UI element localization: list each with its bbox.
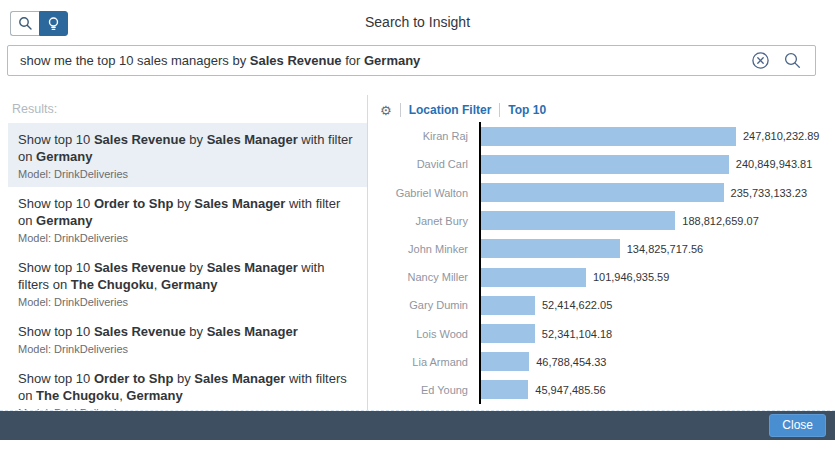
- search-input[interactable]: show me the top 10 sales managers by Sal…: [7, 45, 816, 76]
- bar[interactable]: [481, 127, 736, 146]
- result-item[interactable]: Show top 10 Order to Shp by Sales Manage…: [8, 362, 367, 410]
- chart-row: John Minker 134,825,717.56: [380, 235, 825, 263]
- chart-row: Janet Bury 188,812,659.07: [380, 207, 825, 235]
- bar-track: 235,733,133.23: [479, 178, 825, 206]
- result-title: Show top 10 Sales Revenue by Sales Manag…: [18, 259, 355, 293]
- bar[interactable]: [481, 155, 729, 174]
- mode-toggle: [10, 11, 68, 36]
- bar[interactable]: [481, 268, 586, 287]
- result-title: Show top 10 Sales Revenue by Sales Manag…: [18, 323, 355, 340]
- results-list: Show top 10 Sales Revenue by Sales Manag…: [8, 123, 367, 410]
- chart-panel: ⚙ Location FilterTop 10 Kiran Raj 247,81…: [368, 95, 835, 410]
- result-item[interactable]: Show top 10 Sales Revenue by Sales Manag…: [8, 251, 367, 315]
- bar-track: 52,341,104.18: [479, 319, 825, 347]
- clear-search-button[interactable]: [749, 50, 771, 72]
- result-title: Show top 10 Order to Shp by Sales Manage…: [18, 370, 355, 404]
- chart-row: Ed Young 45,947,485.56: [380, 376, 825, 404]
- bar[interactable]: [481, 380, 528, 399]
- bar-name: Lia Armand: [380, 356, 479, 368]
- bar[interactable]: [481, 352, 529, 371]
- chart-row: Gabriel Walton 235,733,133.23: [380, 178, 825, 206]
- bar-value: 52,341,104.18: [542, 328, 612, 340]
- result-model: Model: DrinkDeliveries: [18, 232, 355, 244]
- result-model: Model: DrinkDeliveries: [18, 407, 355, 410]
- bar-track: 45,947,485.56: [479, 376, 825, 404]
- bar[interactable]: [481, 211, 675, 230]
- bar-value: 240,849,943.81: [736, 158, 812, 170]
- dialog-header: Search to Insight: [0, 0, 835, 44]
- bar-name: John Minker: [380, 243, 479, 255]
- bar-name: Lois Wood: [380, 328, 479, 340]
- magnifier-icon: [783, 51, 802, 70]
- bar-name: Ed Young: [380, 384, 479, 396]
- bar-value: 45,947,485.56: [535, 384, 605, 396]
- result-model: Model: DrinkDeliveries: [18, 168, 355, 180]
- bar-value: 134,825,717.56: [627, 243, 703, 255]
- chart-rows: Kiran Raj 247,810,232.89 David Carl 240,…: [380, 122, 825, 404]
- lightbulb-icon: [46, 16, 61, 32]
- circled-x-icon: [751, 51, 770, 70]
- chart-row: Kiran Raj 247,810,232.89: [380, 122, 825, 150]
- chart-row: Gary Dumin 52,414,622.05: [380, 291, 825, 319]
- bar-name: David Carl: [380, 158, 479, 170]
- bar[interactable]: [481, 324, 535, 343]
- close-button[interactable]: Close: [769, 414, 826, 437]
- bar[interactable]: [481, 183, 724, 202]
- search-to-insight-dialog: Search to Insight show me the top 10 sal…: [0, 0, 835, 440]
- chart-row: David Carl 240,849,943.81: [380, 150, 825, 178]
- chart-links: Location FilterTop 10: [400, 103, 554, 117]
- bar-track: 188,812,659.07: [479, 207, 825, 235]
- result-item[interactable]: Show top 10 Sales Revenue by Sales Manag…: [8, 123, 367, 187]
- search-query-text: show me the top 10 sales managers by Sal…: [20, 53, 749, 68]
- bar-name: Nancy Miller: [380, 271, 479, 283]
- result-title: Show top 10 Order to Shp by Sales Manage…: [18, 195, 355, 229]
- chart-link-location-filter[interactable]: Location Filter: [400, 103, 500, 117]
- insight-mode-button[interactable]: [39, 11, 68, 36]
- bar[interactable]: [481, 239, 620, 258]
- chart-row: Nancy Miller 101,946,935.59: [380, 263, 825, 291]
- bar-name: Gabriel Walton: [380, 187, 479, 199]
- bar-track: 134,825,717.56: [479, 235, 825, 263]
- bar-name: Janet Bury: [380, 215, 479, 227]
- result-item[interactable]: Show top 10 Order to Shp by Sales Manage…: [8, 187, 367, 251]
- chart-header: ⚙ Location FilterTop 10: [380, 103, 825, 117]
- search-mode-button[interactable]: [10, 11, 39, 36]
- result-title: Show top 10 Sales Revenue by Sales Manag…: [18, 131, 355, 165]
- bar-track: 247,810,232.89: [479, 122, 825, 150]
- result-model: Model: DrinkDeliveries: [18, 343, 355, 355]
- chart-link-top-10[interactable]: Top 10: [499, 103, 554, 117]
- result-item[interactable]: Show top 10 Sales Revenue by Sales Manag…: [8, 315, 367, 362]
- submit-search-button[interactable]: [781, 50, 803, 72]
- bar-name: Gary Dumin: [380, 299, 479, 311]
- bar-track: 46,788,454.33: [479, 348, 825, 376]
- gear-icon[interactable]: ⚙: [380, 104, 400, 117]
- dialog-content: Results: Show top 10 Sales Revenue by Sa…: [0, 95, 835, 411]
- chart-row: Lois Wood 52,341,104.18: [380, 319, 825, 347]
- results-label: Results:: [12, 102, 367, 116]
- magnifier-icon: [18, 16, 33, 31]
- bar-value: 46,788,454.33: [536, 356, 606, 368]
- result-model: Model: DrinkDeliveries: [18, 296, 355, 308]
- bar-value: 235,733,133.23: [731, 187, 807, 199]
- bar-name: Kiran Raj: [380, 130, 479, 142]
- results-panel: Results: Show top 10 Sales Revenue by Sa…: [0, 95, 368, 410]
- bar-value: 101,946,935.59: [593, 271, 669, 283]
- bar-track: 52,414,622.05: [479, 291, 825, 319]
- bar-value: 188,812,659.07: [682, 215, 758, 227]
- dialog-title: Search to Insight: [0, 0, 835, 30]
- bar[interactable]: [481, 296, 535, 315]
- chart-row: Lia Armand 46,788,454.33: [380, 348, 825, 376]
- dialog-footer: Close: [0, 411, 835, 440]
- bar-track: 240,849,943.81: [479, 150, 825, 178]
- bar-value: 247,810,232.89: [743, 130, 819, 142]
- bar-track: 101,946,935.59: [479, 263, 825, 291]
- bar-value: 52,414,622.05: [542, 299, 612, 311]
